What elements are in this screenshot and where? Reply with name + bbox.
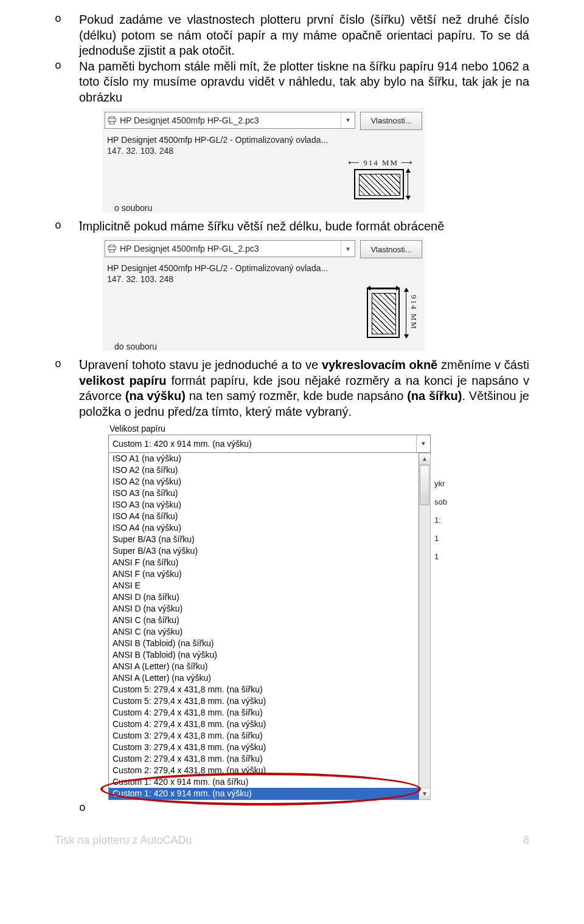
b4-bold4: (na šířku)	[407, 389, 462, 402]
paper-size-option[interactable]: Custom 1: 420 x 914 mm. (na šířku)	[109, 776, 419, 788]
obscured-label: 1:	[434, 511, 453, 529]
bullet-1: Pokud zadáme ve vlastnostech plotteru pr…	[55, 12, 529, 59]
svg-rect-4	[109, 245, 114, 247]
paper-size-option[interactable]: ISO A2 (na šířku)	[109, 464, 419, 476]
bullet-3: Implicitně pokud máme šířku větší než dé…	[55, 219, 529, 235]
paper-size-combobox[interactable]: Custom 1: 420 x 914 mm. (na výšku) ▼	[108, 435, 431, 453]
paper-size-group-label: Velikost papíru	[108, 424, 431, 435]
properties-button-label-2: Vlastnosti...	[370, 245, 411, 254]
b4-mid3: na ten samý rozměr, kde bude napsáno	[186, 389, 407, 402]
bullet-2: Na paměti bychom stále měli mít, že plot…	[55, 59, 529, 106]
footer-title: Tisk na plotteru z AutoCADu	[55, 834, 192, 847]
bullet-1-text: Pokud zadáme ve vlastnostech plotteru pr…	[79, 13, 529, 57]
paper-size-option[interactable]: Custom 4: 279,4 x 431,8 mm. (na šířku)	[109, 707, 419, 719]
paper-size-combo-value: Custom 1: 420 x 914 mm. (na výšku)	[113, 439, 252, 449]
b4-mid1: změníme v části	[437, 358, 529, 371]
b4-pre: Upravení tohoto stavu je jednoduché a to…	[79, 358, 322, 371]
paper-size-option[interactable]: ANSI B (Tabloid) (na šířku)	[109, 638, 419, 649]
svg-rect-2	[109, 122, 114, 124]
chevron-down-icon[interactable]: ▼	[341, 241, 355, 257]
plotter-icon	[108, 116, 116, 125]
footer-page-number: 8	[523, 834, 529, 847]
paper-size-option[interactable]: ISO A2 (na výšku)	[109, 476, 419, 488]
scroll-up-icon[interactable]: ▲	[419, 453, 430, 465]
fragment-label-2: do souboru	[102, 342, 425, 351]
paper-size-option[interactable]: ANSI B (Tabloid) (na výšku)	[109, 649, 419, 661]
scrollbar-thumb[interactable]	[420, 465, 429, 505]
driver-label: HP Designjet 4500mfp HP-GL/2 - Optimaliz…	[102, 133, 425, 146]
paper-size-option[interactable]: ISO A4 (na šířku)	[109, 511, 419, 522]
paper-width-label: 914 MM	[363, 158, 398, 168]
scroll-down-icon[interactable]: ▼	[419, 788, 430, 799]
ip-label-2: 147. 32. 103. 248	[102, 274, 425, 285]
plotter-combobox-2[interactable]: HP Designjet 4500mfp HP-GL_2.pc3 ▼	[105, 240, 355, 257]
scrollbar-track[interactable]	[419, 465, 430, 788]
paper-preview: ⟵914 MM⟶	[348, 158, 414, 199]
plotter-panel-portrait: HP Designjet 4500mfp HP-GL_2.pc3 ▼ Vlast…	[102, 236, 425, 351]
b4-bold1: vykreslovacím okně	[322, 358, 437, 371]
paper-size-option[interactable]: Custom 4: 279,4 x 431,8 mm. (na výšku)	[109, 719, 419, 730]
paper-size-option[interactable]: Custom 1: 420 x 914 mm. (na výšku)	[109, 788, 419, 799]
paper-preview-portrait: 914 MM	[367, 286, 419, 338]
properties-button-label: Vlastnosti...	[370, 116, 411, 125]
properties-button[interactable]: Vlastnosti...	[360, 112, 422, 130]
paper-size-option[interactable]: Custom 5: 279,4 x 431,8 mm. (na šířku)	[109, 684, 419, 695]
svg-rect-1	[109, 117, 114, 119]
page-footer: Tisk na plotteru z AutoCADu 8	[0, 819, 584, 853]
svg-rect-5	[109, 250, 114, 252]
paper-size-option[interactable]: Custom 3: 279,4 x 431,8 mm. (na šířku)	[109, 730, 419, 742]
bullet-3-text: Implicitně pokud máme šířku větší než dé…	[79, 219, 444, 233]
bullet-2-text: Na paměti bychom stále měli mít, že plot…	[79, 60, 529, 104]
paper-size-option[interactable]: Custom 2: 279,4 x 431,8 mm. (na výšku)	[109, 765, 419, 776]
scrollbar[interactable]: ▲ ▼	[419, 453, 431, 800]
paper-size-option[interactable]: ISO A1 (na výšku)	[109, 453, 419, 464]
paper-size-option[interactable]: Custom 2: 279,4 x 431,8 mm. (na šířku)	[109, 753, 419, 765]
paper-size-option[interactable]: ANSI A (Letter) (na šířku)	[109, 661, 419, 672]
b4-bold2: velikost papíru	[79, 374, 167, 387]
paper-size-option[interactable]: ANSI A (Letter) (na výšku)	[109, 672, 419, 684]
paper-size-option[interactable]: Super B/A3 (na šířku)	[109, 534, 419, 545]
sub-bullet-spacer-1	[79, 214, 529, 219]
fragment-label: o souboru	[102, 203, 425, 213]
obscured-label: sob	[434, 493, 453, 511]
ip-label: 147. 32. 103. 248	[102, 146, 425, 157]
plotter-combo-value-2: HP Designjet 4500mfp HP-GL_2.pc3	[120, 244, 259, 253]
plotter-combo-value: HP Designjet 4500mfp HP-GL_2.pc3	[120, 116, 259, 125]
paper-size-option[interactable]: ANSI C (na šířku)	[109, 615, 419, 626]
paper-size-option[interactable]: ANSI C (na výšku)	[109, 626, 419, 638]
plotter-panel-landscape: HP Designjet 4500mfp HP-GL_2.pc3 ▼ Vlast…	[102, 108, 425, 213]
paper-size-option[interactable]: Custom 5: 279,4 x 431,8 mm. (na výšku)	[109, 695, 419, 707]
chevron-down-icon[interactable]: ▼	[416, 435, 430, 452]
paper-size-option[interactable]: ISO A3 (na výšku)	[109, 499, 419, 511]
obscured-label: ykr	[434, 475, 453, 493]
paper-size-group: Velikost papíru Custom 1: 420 x 914 mm. …	[108, 424, 431, 800]
paper-size-list[interactable]: ISO A1 (na výšku)ISO A2 (na šířku)ISO A2…	[108, 453, 419, 800]
b4-bold3: (na výšku)	[125, 389, 186, 402]
paper-size-option[interactable]: ISO A3 (na šířku)	[109, 488, 419, 499]
paper-size-option[interactable]: ANSI F (na výšku)	[109, 568, 419, 580]
paper-size-option[interactable]: ANSI D (na výšku)	[109, 603, 419, 615]
plotter-icon	[108, 244, 116, 253]
paper-size-option[interactable]: ANSI D (na šířku)	[109, 591, 419, 603]
obscured-label: 1	[434, 529, 453, 548]
bullet-4: Upravení tohoto stavu je jednoduché a to…	[55, 357, 529, 419]
paper-size-option[interactable]: ANSI E	[109, 580, 419, 591]
chevron-down-icon[interactable]: ▼	[341, 112, 355, 128]
properties-button-2[interactable]: Vlastnosti...	[360, 240, 422, 258]
paper-height-label: 914 MM	[409, 295, 419, 330]
obscured-right-labels: ykrsob1:11	[434, 475, 453, 566]
driver-label-2: HP Designjet 4500mfp HP-GL/2 - Optimaliz…	[102, 261, 425, 274]
paper-size-option[interactable]: ANSI F (na šířku)	[109, 557, 419, 568]
obscured-label: 1	[434, 548, 453, 566]
paper-size-option[interactable]: ISO A4 (na výšku)	[109, 522, 419, 534]
plotter-combobox[interactable]: HP Designjet 4500mfp HP-GL_2.pc3 ▼	[105, 112, 355, 129]
sub-bullet-spacer-2	[79, 353, 529, 357]
paper-size-option[interactable]: Super B/A3 (na výšku)	[109, 545, 419, 557]
paper-size-option[interactable]: Custom 3: 279,4 x 431,8 mm. (na výšku)	[109, 742, 419, 753]
